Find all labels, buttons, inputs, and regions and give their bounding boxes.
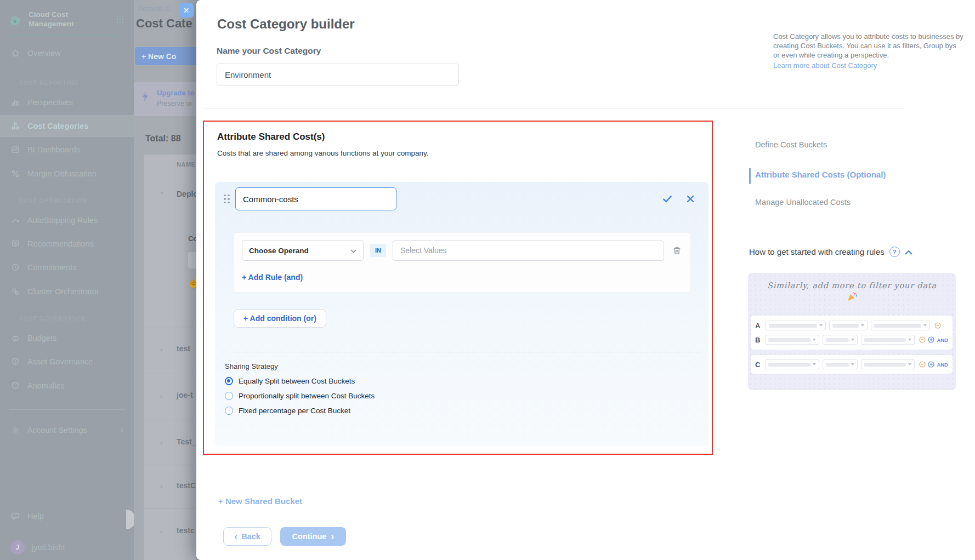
brand-divider (9, 35, 123, 36)
remove-circle-icon (934, 322, 941, 329)
table-row[interactable]: testC (177, 481, 196, 490)
background-page-title: Cost Cate (136, 16, 192, 31)
collapse-row-icon[interactable]: ⌃ (159, 191, 165, 199)
expand-row-icon[interactable]: › (160, 482, 162, 490)
sidebar-item-commitments[interactable]: Commitments (0, 256, 134, 278)
step-attribute-shared-costs[interactable]: Attribute Shared Costs (Optional) (755, 170, 886, 179)
placeholder-select (823, 335, 858, 345)
sidebar-item-label: Cost Categories (27, 122, 88, 130)
help-bubble-icon: ? (10, 511, 20, 521)
trash-icon[interactable] (671, 244, 683, 256)
cost-category-name-input[interactable] (217, 64, 459, 85)
home-icon (10, 48, 20, 58)
back-button[interactable]: ‹ Back (223, 527, 271, 546)
sidebar-item-asset-governance[interactable]: $ Asset Governance (0, 351, 134, 373)
party-popper-icon (748, 291, 956, 302)
placeholder-select (765, 359, 820, 369)
expand-row-icon[interactable]: › (160, 392, 162, 400)
cloud-dollar-logo-icon: $ (9, 14, 23, 26)
bucket-name-input[interactable] (235, 187, 396, 210)
table-row[interactable]: Test_ (177, 437, 196, 446)
sidebar-item-cost-categories[interactable]: Cost Categories (0, 115, 134, 137)
add-rule-link[interactable]: + Add Rule (and) (242, 273, 303, 282)
strategy-option-proportional[interactable]: Proportionally split between Cost Bucket… (225, 392, 700, 400)
radio-icon[interactable] (225, 392, 233, 400)
sidebar-item-budgets[interactable]: $ Budgets (0, 327, 134, 349)
placeholder-select (823, 359, 858, 369)
background-page: Account: C Cost Cate + New Co Upgrade to… (134, 0, 196, 560)
illustration-card: C AND (751, 355, 953, 374)
svg-text:?: ? (14, 513, 16, 517)
new-cost-category-button[interactable]: + New Co (135, 47, 196, 65)
radio-icon[interactable] (225, 407, 233, 415)
sidebar-item-account-settings[interactable]: Account Settings › (0, 419, 134, 441)
add-condition-button[interactable]: + Add condition (or) (234, 309, 326, 328)
brand: $ Cloud Cost Management (0, 7, 134, 33)
sidebar: $ Cloud Cost Management Overview COST RE… (0, 0, 134, 560)
drawer-title: Cost Category builder (217, 16, 355, 32)
module-grid-icon[interactable] (115, 15, 125, 25)
rules-help-header[interactable]: How to get started with creating rules ? (749, 247, 912, 257)
avatar: J (10, 540, 25, 555)
confirm-bucket-button[interactable] (661, 193, 673, 205)
expand-row-icon[interactable]: › (160, 527, 162, 535)
operand-select[interactable]: Choose Operand (242, 240, 364, 261)
table-row[interactable]: Deplo (177, 190, 196, 198)
row-divider (144, 328, 196, 328)
sidebar-item-anomalies[interactable]: ! Anomalies (0, 375, 134, 397)
operand-select-value: Choose Operand (249, 247, 309, 255)
question-icon[interactable]: ? (889, 247, 900, 257)
sidebar-item-autostopping-rules[interactable]: AutoStopping Rules (0, 209, 134, 231)
svg-text:$: $ (13, 19, 16, 24)
close-drawer-button[interactable]: ✕ (179, 3, 194, 18)
expand-row-icon[interactable]: › (160, 345, 162, 353)
operator-badge[interactable]: IN (370, 244, 386, 257)
placeholder-select (829, 321, 868, 330)
table-row[interactable]: test (177, 344, 190, 353)
sidebar-item-recommendations[interactable]: Recommendations (0, 233, 134, 255)
shared-costs-subtitle: Costs that are shared among various func… (217, 149, 428, 157)
sidebar-item-overview[interactable]: Overview (0, 42, 134, 64)
sidebar-item-perspectives[interactable]: Perspectives (0, 92, 134, 113)
sidebar-item-cluster-orchestrator[interactable]: Cluster Orchestrator (0, 281, 134, 302)
rules-help-title: How to get started with creating rules (749, 247, 885, 256)
learn-more-link[interactable]: Learn more about Cost Category (773, 61, 964, 70)
piggy-bank-icon: $ (10, 333, 20, 343)
continue-button[interactable]: Continue › (280, 527, 346, 546)
table-row[interactable]: joe-t (177, 391, 193, 399)
strategy-option-fixed[interactable]: Fixed percentage per Cost Bucket (225, 407, 700, 415)
step-define-cost-buckets[interactable]: Define Cost Buckets (755, 140, 827, 149)
sharing-divider (234, 352, 700, 352)
drag-handle-icon[interactable] (224, 195, 230, 204)
sidebar-item-label: Commitments (27, 263, 76, 272)
sidebar-item-label: Help (27, 512, 44, 521)
placeholder-select (871, 321, 930, 330)
strategy-option-equal[interactable]: Equally Split between Cost Buckets (225, 377, 700, 385)
gear-icon (10, 425, 20, 435)
cluster-icon (10, 287, 20, 296)
clock-icon (10, 262, 20, 272)
cost-category-builder-drawer: Cost Category builder Cost Category allo… (196, 0, 975, 560)
shield-alert-icon: ! (10, 381, 20, 391)
expand-row-icon[interactable]: › (160, 438, 162, 447)
values-select-input[interactable] (393, 240, 664, 261)
sidebar-item-label: Anomalies (27, 381, 65, 390)
sidebar-item-help[interactable]: ? Help (0, 505, 134, 527)
row-divider (144, 508, 196, 509)
step-manage-unallocated-costs[interactable]: Manage Unallocated Costs (755, 198, 851, 207)
table-row[interactable]: testc (177, 526, 195, 535)
add-circle-icon (928, 361, 934, 368)
sidebar-item-label: BI Dashboards (27, 145, 80, 154)
sidebar-item-bi-dashboards[interactable]: BI Dashboards (0, 139, 134, 161)
chevron-up-icon[interactable] (905, 247, 912, 257)
radio-selected-icon[interactable] (225, 377, 233, 385)
sidebar-item-label: Cluster Orchestrator (27, 287, 99, 296)
account-breadcrumb: Account: C (138, 5, 171, 13)
sidebar-item-margin-obfuscation[interactable]: Margin Obfuscation (0, 163, 134, 185)
delete-bucket-button[interactable] (684, 193, 696, 205)
row-divider (144, 465, 196, 465)
mini-input[interactable] (188, 252, 196, 268)
caret-icon (819, 324, 823, 327)
new-shared-bucket-link[interactable]: + New Shared Bucket (218, 496, 302, 506)
sidebar-user[interactable]: J jyoti.bisht (0, 536, 134, 558)
